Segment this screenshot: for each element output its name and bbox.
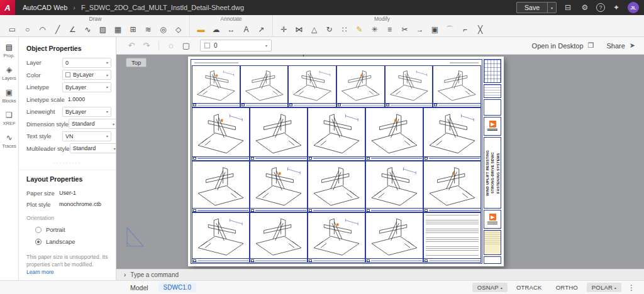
command-placeholder: Type a command (130, 271, 179, 278)
dimension-style-select[interactable]: Standard▾ (69, 119, 116, 129)
tool-donut[interactable]: ◎ (156, 23, 170, 36)
linetype-scale-input[interactable]: 1.0000 (65, 94, 114, 104)
tool-array-modify[interactable]: ∷ (337, 23, 352, 36)
panel-caption (289, 103, 336, 107)
tool-rectangle[interactable]: ▭ (5, 23, 19, 36)
layer-dropdown-value: 0 (214, 42, 218, 49)
sidebar-item-layers[interactable]: ◈Layers (0, 66, 19, 81)
tool-circle[interactable]: ○ (20, 23, 35, 36)
tool-fillet[interactable]: ⌒ (443, 23, 457, 36)
toggle-otrack[interactable]: OTRACK (511, 283, 547, 292)
learn-more-link[interactable]: Learn more (26, 269, 53, 275)
lineweight-select[interactable]: ByLayer▾ (62, 107, 111, 117)
detail-panel (385, 65, 433, 107)
linetype-select[interactable]: ByLayer▾ (62, 82, 111, 92)
tool-spline[interactable]: ∿ (80, 23, 95, 36)
toggle-ortho[interactable]: ORTHO (551, 283, 583, 292)
autocad-web-app: A AutoCAD Web › F_SDWC_2DO_Cad_MULT_Inst… (0, 0, 644, 294)
tool-revision-cloud[interactable]: ☁ (209, 23, 223, 36)
tool-copy[interactable]: ▣ (428, 23, 442, 36)
detail-row (192, 161, 481, 213)
command-line[interactable]: › Type a command (116, 269, 644, 280)
toggle-polar[interactable]: POLAR▴ (587, 283, 621, 292)
lasso-select-button[interactable]: ◌ (165, 40, 177, 52)
tool-trim[interactable]: ✂ (397, 23, 412, 36)
drawing-viewport[interactable]: Top WIND UPLIFT RESISTING STRONG-DRIVE S… (116, 55, 644, 269)
layout-properties-title: Layout Properties (19, 170, 116, 187)
sidebar-item-blocks[interactable]: ▣Blocks (0, 89, 19, 104)
tool-extend[interactable]: → (413, 23, 427, 36)
tool-line[interactable]: ╱ (50, 23, 65, 36)
tool-measure[interactable]: ↔ (224, 23, 238, 36)
multileader-style-select[interactable]: Standard▾ (70, 143, 116, 153)
tab-model[interactable]: Model (130, 284, 148, 291)
tool-break[interactable]: ╳ (473, 23, 487, 36)
detail-row (192, 212, 481, 263)
panel-resize-handle[interactable] (19, 155, 116, 167)
sidebar-item-xref[interactable]: ❏XREF (0, 111, 19, 126)
canvas-column: ↶ ↷ ◌ ▢ 0 ▾ Open in Desktop ❐ Share (116, 37, 644, 280)
tool-offset-modify[interactable]: ≡ (382, 23, 397, 36)
drawing-sheet[interactable]: WIND UPLIFT RESISTING STRONG-DRIVE SDWC … (188, 57, 504, 266)
detail-panel (308, 107, 365, 161)
layer-dropdown[interactable]: 0 ▾ (200, 40, 272, 52)
whats-new-button[interactable]: ✦ (611, 2, 622, 13)
tool-rotate[interactable]: ↻ (322, 23, 336, 36)
undo-button[interactable]: ↶ (125, 40, 138, 52)
save-dropdown-button[interactable]: ▾ (547, 2, 557, 13)
tool-solid-fill[interactable]: ▦ (111, 23, 125, 36)
tool-dimension[interactable]: ▬ (194, 23, 208, 36)
settings-button[interactable]: ⚙ (579, 2, 591, 13)
detail-drawing (308, 108, 365, 156)
tool-arc[interactable]: ◠ (35, 23, 50, 36)
layer-select[interactable]: 0▾ (62, 58, 111, 68)
tool-text[interactable]: A (239, 23, 253, 36)
field-dimension-style: Dimension styleStandard▾ (19, 118, 116, 131)
print-button[interactable]: ⊟ (562, 2, 574, 13)
panel-caption-text (429, 210, 480, 211)
print-icon: ⊟ (565, 3, 571, 12)
toggle-osnap[interactable]: OSNAP▴ (472, 283, 508, 292)
tool-polygon[interactable]: ◇ (171, 23, 186, 36)
redo-button[interactable]: ↷ (140, 40, 153, 52)
panel-number-box (289, 104, 292, 106)
share-button[interactable]: Share ➤ (606, 41, 635, 50)
tool-polyline[interactable]: ∠ (65, 23, 80, 36)
detail-drawing (337, 66, 384, 103)
general-notes-text (426, 215, 479, 256)
tool-scale[interactable]: △ (307, 23, 321, 36)
radio-portrait[interactable]: Portrait (19, 224, 116, 236)
ucs-icon (125, 225, 146, 251)
field-multileader-style: Multileader styleStandard▾ (19, 143, 116, 155)
radio-landscape[interactable]: Landscape (19, 236, 116, 248)
tool-array[interactable]: ⊞ (126, 23, 140, 36)
color-select[interactable]: ByLayer▾ (62, 70, 111, 80)
status-overflow-menu[interactable]: ⋮ (625, 283, 638, 292)
sidebar-item-traces[interactable]: ∿Traces (0, 134, 19, 149)
status-toggles: OSNAP▴OTRACKORTHOPOLAR▴ ⋮ (472, 283, 638, 292)
tool-erase[interactable]: ✎ (352, 23, 367, 36)
tool-chamfer[interactable]: ⌐ (458, 23, 472, 36)
help-button[interactable]: ? (596, 3, 605, 12)
panel-number-box (425, 259, 428, 262)
avatar[interactable]: JL (628, 2, 639, 13)
tool-mirror[interactable]: ⋈ (292, 23, 306, 36)
open-in-desktop-button[interactable]: Open in Desktop ❐ (532, 41, 594, 50)
tool-offset[interactable]: ≋ (141, 23, 155, 36)
tool-move[interactable]: ✛ (277, 23, 291, 36)
tool-hatch[interactable]: ▨ (96, 23, 110, 36)
sidebar-item-properties[interactable]: ▤Prop. (0, 43, 19, 58)
tab-layout-sdwc[interactable]: SDWC1.0 (158, 283, 196, 292)
logo-box-top (484, 117, 501, 136)
tool-leader[interactable]: ↗ (254, 23, 269, 36)
viewcube[interactable]: Top (126, 58, 147, 67)
panel-number-box (251, 209, 254, 212)
detail-panel (250, 212, 308, 263)
autocad-logo[interactable]: A (0, 0, 15, 15)
panel-caption (250, 208, 307, 212)
window-select-button[interactable]: ▢ (180, 40, 192, 52)
tool-explode[interactable]: ✳ (367, 23, 382, 36)
save-button[interactable]: Save (516, 2, 547, 13)
text-style-select[interactable]: VN▾ (62, 131, 111, 141)
detail-panel (423, 212, 481, 263)
